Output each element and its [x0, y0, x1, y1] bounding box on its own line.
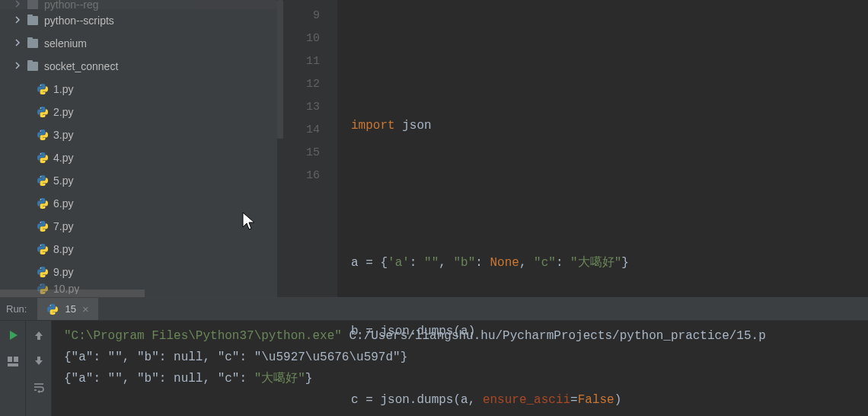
sidebar-folder-python-scripts[interactable]: python--scripts [0, 9, 277, 32]
file-label: 2.py [53, 106, 73, 118]
python-file-icon [37, 174, 49, 187]
arrow-up-icon[interactable] [32, 328, 46, 342]
file-label: 4.py [53, 152, 73, 164]
python-file-icon [37, 197, 49, 210]
line-number: 15 [278, 142, 337, 165]
sidebar-file[interactable]: 1.py [0, 78, 277, 101]
python-file-icon [37, 129, 49, 141]
file-label: 9.py [53, 266, 73, 278]
chevron-right-icon [14, 0, 23, 9]
chevron-right-icon [14, 62, 23, 71]
editor-gutter: 0910111213141516 [278, 0, 337, 297]
sidebar-folder-selenium[interactable]: selenium [0, 32, 277, 55]
line-number: 12 [278, 73, 337, 96]
python-file-icon [37, 266, 49, 278]
python-file-icon [37, 152, 49, 164]
run-window-label: Run: [0, 298, 37, 320]
sidebar-file[interactable]: 9.py [0, 261, 277, 283]
project-sidebar[interactable]: python--reg python--scripts selenium soc… [0, 0, 278, 297]
line-number: 9 [278, 5, 337, 27]
sidebar-horizontal-scrollbar[interactable] [0, 290, 145, 297]
python-file-icon [37, 106, 49, 118]
code-line-8[interactable] [351, 46, 868, 69]
chevron-right-icon [14, 39, 23, 48]
line-number: 13 [278, 96, 337, 119]
sidebar-file[interactable]: 3.py [0, 123, 277, 146]
file-label: 8.py [53, 243, 73, 255]
console-line-out2-pre: {"a": "", "b": null, "c": [64, 372, 254, 386]
python-file-icon [37, 83, 49, 95]
rerun-icon[interactable] [6, 328, 20, 342]
sidebar-file[interactable]: 7.py [0, 215, 277, 238]
close-icon[interactable]: × [82, 302, 89, 315]
line-number: 10 [278, 27, 337, 50]
soft-wrap-icon[interactable] [32, 380, 46, 394]
run-toolbar-left [0, 321, 26, 416]
sidebar-folder-socket-connect[interactable]: socket_connect [0, 55, 277, 78]
line-number: 16 [278, 165, 337, 187]
code-line-13[interactable]: c = json.dumps(a, ensure_ascii=False) [351, 389, 868, 411]
python-file-icon [37, 220, 49, 232]
editor-scrollbar-thumb[interactable] [277, 0, 283, 139]
sidebar-file[interactable]: 4.py [0, 146, 277, 169]
folder-icon [27, 0, 38, 9]
line-number: 11 [278, 50, 337, 73]
python-file-icon [46, 303, 59, 315]
run-toolbar-nav [26, 321, 52, 416]
folder-label: python--reg [44, 0, 99, 11]
folder-label: python--scripts [44, 14, 114, 27]
code-area[interactable]: import json a = {'a': "", "b": None, "c"… [337, 0, 868, 297]
code-line-9[interactable]: import json [351, 114, 868, 137]
sidebar-file[interactable]: 2.py [0, 101, 277, 123]
file-label: 3.py [53, 129, 73, 141]
run-tab-name: 15 [65, 303, 75, 315]
code-line-11[interactable]: a = {'a': "", "b": None, "c": "大噶好"} [351, 251, 868, 274]
sidebar-file[interactable]: 8.py [0, 238, 277, 261]
code-line-10[interactable] [351, 183, 868, 206]
arrow-down-icon[interactable] [32, 354, 46, 368]
folder-label: socket_connect [44, 60, 118, 72]
file-label: 6.py [53, 197, 73, 210]
sidebar-file[interactable]: 5.py [0, 169, 277, 192]
file-label: 5.py [53, 174, 73, 187]
line-number: 14 [278, 119, 337, 142]
chevron-right-icon [14, 16, 23, 25]
folder-icon [27, 62, 38, 71]
sidebar-folder-python-reg[interactable]: python--reg [0, 0, 277, 9]
file-label: 1.py [53, 83, 73, 95]
sidebar-file[interactable]: 6.py [0, 192, 277, 215]
file-label: 7.py [53, 220, 73, 232]
run-tab[interactable]: 15 × [37, 298, 97, 320]
code-editor[interactable]: 0910111213141516 import json a = {'a': "… [278, 0, 868, 297]
code-line-12[interactable]: b = json.dumps(a) [351, 320, 868, 343]
layout-icon[interactable] [6, 354, 20, 368]
folder-icon [27, 39, 38, 48]
folder-icon [27, 16, 38, 25]
python-file-icon [37, 243, 49, 255]
folder-label: selenium [44, 37, 87, 50]
console-line-exec: "C:\Program Files\Python37\python.exe" [64, 329, 342, 343]
